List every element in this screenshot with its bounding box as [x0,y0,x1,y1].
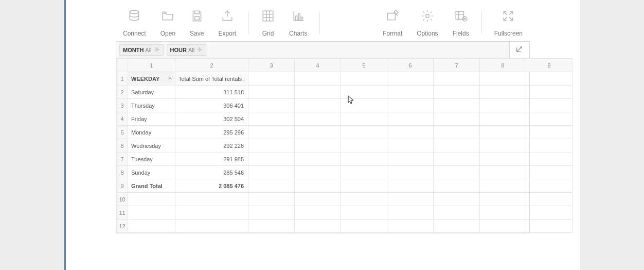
empty-cell[interactable] [434,112,480,126]
row-label[interactable]: Sunday [128,166,175,179]
empty-cell[interactable] [341,220,387,233]
column-header[interactable]: 8 [480,59,526,72]
empty-cell[interactable] [480,72,526,86]
column-header[interactable]: 6 [387,59,434,72]
row-number[interactable]: 5 [117,126,128,139]
grand-total-value[interactable]: 2 085 476 [175,179,248,193]
row-number[interactable]: 7 [117,153,128,166]
fullscreen-button[interactable]: Fullscreen [487,9,530,37]
empty-cell[interactable] [434,193,480,206]
row-label[interactable]: Thursday [128,99,175,112]
empty-cell[interactable] [341,99,387,112]
sort-desc-icon[interactable]: ↓ [243,76,246,82]
empty-cell[interactable] [248,112,295,126]
fields-button[interactable]: Fields [445,9,476,37]
column-header[interactable]: 3 [248,59,295,72]
empty-cell[interactable] [128,220,175,233]
row-label[interactable]: Friday [128,112,175,126]
empty-cell[interactable] [480,99,526,112]
value-field-header[interactable]: Total Sum of Total rentals↓ [175,72,248,86]
empty-cell[interactable] [175,220,248,233]
empty-cell[interactable] [248,153,295,166]
empty-cell[interactable] [295,179,341,193]
empty-cell[interactable] [387,206,434,220]
grid-button[interactable]: Grid [254,9,282,37]
empty-cell[interactable] [341,153,387,166]
empty-cell[interactable] [480,126,526,139]
empty-cell[interactable] [480,179,526,193]
collapse-button[interactable] [509,41,530,58]
column-header[interactable]: 4 [295,59,341,72]
empty-cell[interactable] [387,86,434,99]
row-number[interactable]: 12 [117,220,128,233]
empty-cell[interactable] [526,112,573,126]
empty-cell[interactable] [341,166,387,179]
row-value[interactable]: 306 401 [175,99,248,112]
empty-cell[interactable] [387,166,434,179]
empty-cell[interactable] [480,193,526,206]
empty-cell[interactable] [480,139,526,153]
row-number[interactable]: 10 [117,193,128,206]
empty-cell[interactable] [387,193,434,206]
empty-cell[interactable] [248,139,295,153]
empty-cell[interactable] [128,206,175,220]
empty-cell[interactable] [387,112,434,126]
empty-cell[interactable] [434,86,480,99]
row-value[interactable]: 292 226 [175,139,248,153]
charts-button[interactable]: Charts [282,9,314,37]
empty-cell[interactable] [434,206,480,220]
empty-cell[interactable] [434,220,480,233]
empty-cell[interactable] [526,206,573,220]
empty-cell[interactable] [387,153,434,166]
empty-cell[interactable] [295,72,341,86]
empty-cell[interactable] [526,72,573,86]
save-button[interactable]: Save [183,9,211,37]
empty-cell[interactable] [248,72,295,86]
empty-cell[interactable] [341,126,387,139]
empty-cell[interactable] [341,72,387,86]
empty-cell[interactable] [434,166,480,179]
row-label[interactable]: Monday [128,126,175,139]
empty-cell[interactable] [387,179,434,193]
empty-cell[interactable] [295,139,341,153]
empty-cell[interactable] [248,166,295,179]
row-number[interactable]: 4 [117,112,128,126]
empty-cell[interactable] [526,220,573,233]
empty-cell[interactable] [295,86,341,99]
row-number[interactable]: 11 [117,206,128,220]
row-value[interactable]: 311 518 [175,86,248,99]
empty-cell[interactable] [341,206,387,220]
empty-cell[interactable] [526,179,573,193]
empty-cell[interactable] [175,193,248,206]
column-header[interactable]: 2 [175,59,248,72]
grand-total-label[interactable]: Grand Total [128,179,175,193]
row-label[interactable]: Saturday [128,86,175,99]
empty-cell[interactable] [434,99,480,112]
empty-cell[interactable] [248,99,295,112]
row-value[interactable]: 291 985 [175,153,248,166]
row-value[interactable]: 302 504 [175,112,248,126]
empty-cell[interactable] [295,206,341,220]
empty-cell[interactable] [248,179,295,193]
empty-cell[interactable] [248,193,295,206]
column-header[interactable]: 1 [128,59,175,72]
empty-cell[interactable] [295,153,341,166]
row-label[interactable]: Wednesday [128,139,175,153]
connect-button[interactable]: Connect [116,9,153,37]
empty-cell[interactable] [434,72,480,86]
empty-cell[interactable] [341,112,387,126]
gear-icon[interactable] [167,75,173,82]
row-number[interactable]: 3 [117,99,128,112]
empty-cell[interactable] [434,139,480,153]
empty-cell[interactable] [341,86,387,99]
empty-cell[interactable] [434,179,480,193]
empty-cell[interactable] [128,193,175,206]
empty-cell[interactable] [387,220,434,233]
empty-cell[interactable] [387,139,434,153]
empty-cell[interactable] [295,193,341,206]
empty-cell[interactable] [341,179,387,193]
format-button[interactable]: Format [375,9,409,37]
empty-cell[interactable] [480,86,526,99]
empty-cell[interactable] [295,112,341,126]
empty-cell[interactable] [480,220,526,233]
